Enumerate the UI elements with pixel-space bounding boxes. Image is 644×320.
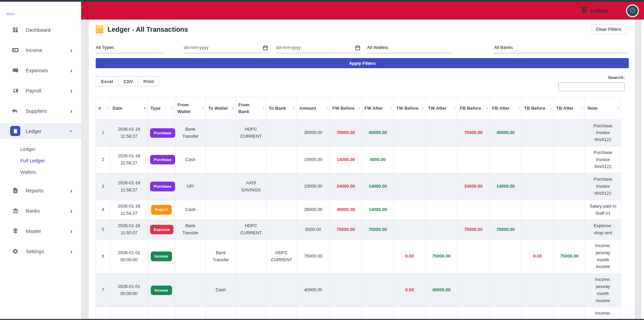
cell-fb_before (457, 307, 490, 320)
cell-fb_after (490, 273, 522, 307)
column-header-fw_after[interactable]: FW After▲▼ (362, 97, 394, 120)
sort-icons: ▲▼ (232, 107, 234, 110)
balance-before-value: 0.00 (405, 254, 414, 259)
sidebar-item-ledger[interactable]: Ledger› (0, 123, 81, 139)
sort-icons: ▲▼ (262, 107, 265, 110)
excel-button[interactable]: Excel (96, 76, 118, 86)
cell-tw_before (394, 173, 426, 200)
column-header-fb_before[interactable]: FB Before▲▼ (457, 97, 490, 120)
user-avatar-button[interactable] (626, 4, 639, 17)
cell-from_bank (236, 307, 266, 320)
column-header-amount[interactable]: Amount▲▼ (297, 97, 330, 120)
calendar-icon[interactable] (263, 45, 268, 50)
sidebar-item-payroll[interactable]: Payroll› (0, 83, 81, 98)
cell-tw_before (394, 307, 426, 320)
bank-filter-select[interactable]: All Banks (494, 45, 629, 53)
sort-icons: ▲▼ (581, 107, 583, 110)
date-value: 2026-01-16 11:58:27 (117, 153, 141, 167)
sidebar-submenu-ledger: LedgerFull LedgerWallets (0, 143, 81, 178)
sidebar-section-label: Main (6, 12, 81, 16)
cell-to_wallet (206, 200, 236, 220)
print-button[interactable]: Print (138, 76, 159, 86)
cell-tw_before (394, 200, 426, 220)
type-badge: Purchase (150, 128, 175, 138)
column-header-to_wallet[interactable]: To Wallet▲▼ (206, 97, 236, 120)
cell-tw_before: 0.00 (394, 239, 426, 273)
cell-tb_before (522, 273, 554, 307)
column-header-tb_before[interactable]: TB Before▲▼ (522, 97, 554, 120)
column-header-note[interactable]: Note▲▼ (585, 97, 621, 120)
cell-fb_after: 14000.00 (490, 173, 522, 200)
cell-type: Purchase (148, 146, 175, 173)
column-header-num[interactable]: #▲▼ (96, 97, 110, 120)
apply-filters-button[interactable]: Apply Filters (96, 58, 629, 68)
cell-fw_before: 40000.00 (330, 200, 362, 220)
cell-tb_after (554, 146, 585, 173)
content-scrollbar[interactable] (635, 20, 641, 320)
sort-icons: ▲▼ (422, 107, 424, 110)
sidebar-item-banks[interactable]: Banks› (0, 203, 81, 218)
column-label: TB Before (524, 106, 545, 111)
cell-amount (297, 307, 330, 320)
column-header-tb_after[interactable]: TB After▲▼ (554, 97, 585, 120)
cell-fw_after (362, 239, 394, 273)
calendar-icon[interactable] (355, 45, 360, 50)
cell-tb_after (554, 173, 585, 200)
cell-to_wallet (206, 173, 236, 200)
type-filter-select[interactable]: All Types (96, 45, 164, 53)
cell-note: Income: (585, 307, 621, 320)
date-from-input[interactable]: dd-mm-yyyy (184, 45, 268, 53)
sidebar-scrollbar[interactable] (81, 20, 89, 320)
cell-tw_before (394, 220, 426, 240)
clear-filters-button[interactable]: Clear Filters (591, 24, 626, 34)
cell-tw_before: 0.00 (394, 273, 426, 307)
column-label: Date (113, 106, 122, 111)
sort-icons: ▲▼ (486, 107, 488, 110)
cell-to_bank (266, 200, 297, 220)
column-header-from_bank[interactable]: From Bank▲▼ (236, 97, 266, 120)
cell-tb_before (522, 200, 554, 220)
balance-before-value: 24000.00 (464, 184, 482, 189)
cell-num: 4 (96, 200, 110, 220)
search-box: Search: (558, 75, 625, 91)
date-to-input[interactable]: dd-mm-yyyy (276, 45, 361, 53)
sidebar-item-reports[interactable]: Reports› (0, 183, 81, 198)
cell-fw_before: 75000.00 (330, 220, 362, 240)
cell-fb_after (490, 200, 522, 220)
sidebar-item-dashboard[interactable]: Dashboard (0, 22, 81, 37)
column-header-fb_after[interactable]: FB After▲▼ (490, 97, 522, 120)
column-header-to_bank[interactable]: To Bank▲▼ (266, 97, 297, 120)
cell-tw_after (426, 119, 457, 146)
column-header-fw_before[interactable]: FW Before▲▼ (330, 97, 362, 120)
sidebar-item-expenses[interactable]: Expenses› (0, 62, 81, 78)
column-header-tw_after[interactable]: TW After▲▼ (426, 97, 457, 120)
sidebar-item-master[interactable]: Master› (0, 223, 81, 239)
column-header-date[interactable]: Date▼ (110, 97, 148, 120)
column-header-type[interactable]: Type▲▼ (148, 97, 175, 120)
ledger-table: #▲▼Date▼Type▲▼From Wallet▲▼To Wallet▲▼Fr… (96, 97, 621, 320)
banks-icon (10, 206, 20, 216)
cell-type: Payroll (148, 200, 175, 220)
cell-fw_after: 70000.00 (362, 220, 394, 240)
csv-button[interactable]: CSV (118, 76, 138, 86)
balance-after-value: 40000.00 (496, 130, 515, 135)
column-header-from_wallet[interactable]: From Wallet▲▼ (175, 97, 206, 120)
sidebar-item-label: Banks (26, 208, 40, 214)
sidebar-item-income[interactable]: Income› (0, 42, 81, 58)
submenu-item-full-ledger[interactable]: Full Ledger (0, 155, 81, 166)
column-label: FB After (492, 106, 510, 111)
cell-amount: 26000.00 (297, 200, 330, 220)
sidebar-item-suppliers[interactable]: Suppliers› (0, 103, 81, 118)
wallet-filter-select[interactable]: All Wallets (367, 45, 452, 53)
balance-after-value: 40000.00 (432, 287, 450, 292)
search-input[interactable] (558, 82, 625, 91)
submenu-item-wallets[interactable]: Wallets (0, 166, 81, 178)
chevron-down-icon: › (68, 130, 74, 132)
cell-fb_after (490, 146, 522, 173)
sidebar-item-settings[interactable]: Settings› (0, 243, 81, 259)
submenu-item-ledger[interactable]: Ledger (0, 143, 81, 155)
column-header-tw_before[interactable]: TW Before▲▼ (394, 97, 426, 120)
cell-tb_before (522, 146, 554, 173)
sort-desc-icon: ▼ (143, 107, 146, 110)
ledger-icon (10, 126, 20, 136)
